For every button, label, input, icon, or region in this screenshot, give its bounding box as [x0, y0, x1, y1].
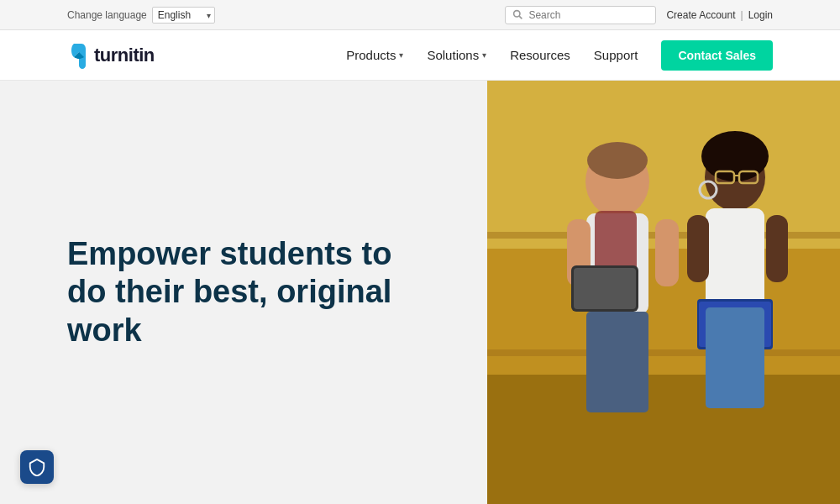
contact-sales-button[interactable]: Contact Sales [661, 40, 773, 71]
logo-icon [67, 42, 91, 69]
login-link[interactable]: Login [748, 9, 773, 21]
nav-solutions[interactable]: Solutions ▾ [427, 48, 486, 62]
search-input[interactable] [528, 9, 648, 21]
hero-illustration [487, 81, 840, 504]
shield-icon [28, 458, 46, 476]
solutions-chevron-icon: ▾ [482, 50, 486, 60]
nav-resources[interactable]: Resources [510, 48, 570, 62]
logo-text: turnitin [94, 45, 155, 66]
logo[interactable]: turnitin [67, 42, 155, 69]
hero-photo [487, 81, 840, 504]
hero-section: Empower students to do their best, origi… [0, 81, 840, 504]
change-language-label: Change language [67, 9, 147, 21]
top-bar-right: Create Account | Login [505, 6, 773, 24]
svg-rect-25 [766, 215, 788, 282]
svg-rect-23 [706, 208, 764, 309]
hero-right [487, 81, 840, 504]
svg-line-1 [520, 16, 522, 18]
svg-rect-5 [487, 375, 840, 504]
top-bar-separator: | [741, 9, 743, 21]
svg-point-0 [514, 11, 520, 17]
nav-support[interactable]: Support [594, 48, 638, 62]
language-select[interactable]: English Español Français Deutsch 中文 [152, 7, 215, 24]
security-badge[interactable] [20, 450, 54, 484]
svg-rect-12 [655, 219, 679, 286]
nav-solutions-label: Solutions [427, 48, 479, 62]
svg-rect-16 [574, 268, 636, 309]
search-icon [512, 9, 523, 20]
nav-resources-label: Resources [510, 48, 570, 62]
svg-rect-28 [706, 307, 764, 408]
top-bar-links: Create Account | Login [666, 9, 773, 21]
hero-heading: Empower students to do their best, origi… [67, 235, 420, 350]
language-select-wrapper[interactable]: English Español Français Deutsch 中文 [152, 7, 215, 24]
svg-rect-7 [487, 349, 840, 356]
nav-products-label: Products [346, 48, 396, 62]
nav-products[interactable]: Products ▾ [346, 48, 403, 62]
svg-rect-24 [687, 215, 709, 282]
main-nav: turnitin Products ▾ Solutions ▾ Resource… [0, 30, 840, 81]
nav-support-label: Support [594, 48, 638, 62]
hero-left: Empower students to do their best, origi… [0, 81, 487, 504]
create-account-link[interactable]: Create Account [666, 9, 735, 21]
svg-point-9 [587, 142, 648, 179]
nav-links: Products ▾ Solutions ▾ Resources Support… [346, 40, 773, 71]
svg-rect-14 [586, 312, 648, 412]
language-section: Change language English Español Français… [67, 7, 215, 24]
search-box[interactable] [505, 6, 656, 24]
top-bar: Change language English Español Français… [0, 0, 840, 30]
products-chevron-icon: ▾ [399, 50, 403, 60]
